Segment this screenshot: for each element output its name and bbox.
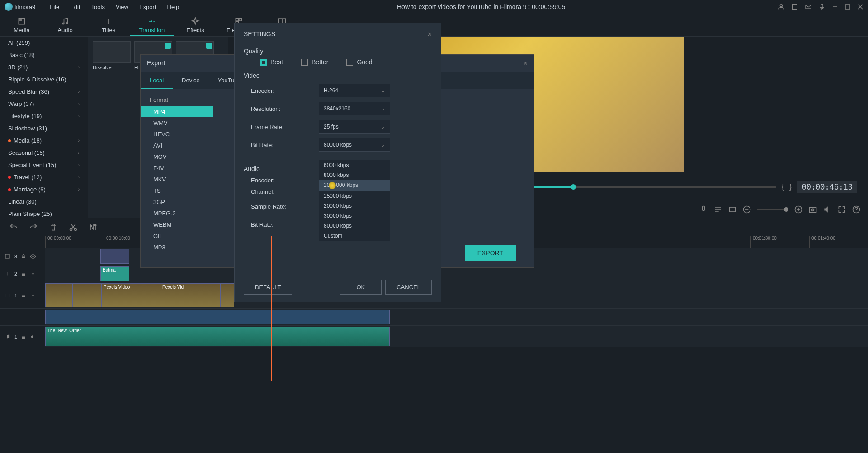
sidebar-item[interactable]: 3D (21)›	[0, 61, 88, 73]
video-encoder-select[interactable]: H.264⌄	[319, 84, 390, 97]
zoom-slider[interactable]	[757, 209, 788, 210]
video-clip[interactable]: Pexels Video	[101, 283, 160, 307]
video-clip[interactable]: Pexels Vid	[160, 283, 221, 307]
track-content[interactable]	[45, 309, 868, 325]
tab-audio[interactable]: Audio	[43, 14, 87, 36]
format-item[interactable]: F4V	[141, 162, 213, 174]
playhead[interactable]	[271, 236, 272, 381]
undo-icon[interactable]	[9, 223, 18, 232]
format-item[interactable]: 3GP	[141, 196, 213, 208]
menu-export[interactable]: Export	[134, 1, 162, 13]
format-item[interactable]: MPEG-2	[141, 208, 213, 219]
dropdown-option[interactable]: 80000 kbps	[319, 221, 390, 231]
close-icon[interactable]	[857, 4, 863, 10]
track-head[interactable]	[0, 309, 45, 325]
favorite-icon[interactable]	[165, 43, 171, 49]
export-close-icon[interactable]: ×	[524, 59, 528, 67]
quality-better[interactable]: Better	[301, 58, 328, 66]
tab-titles[interactable]: Titles	[87, 14, 130, 36]
export-tab-local[interactable]: Local	[141, 72, 173, 89]
dropdown-option[interactable]: 15000 kbps	[319, 191, 390, 201]
marker-icon[interactable]	[713, 205, 722, 214]
lock-icon[interactable]	[21, 334, 26, 339]
default-button[interactable]: DEFAULT	[244, 280, 292, 295]
sidebar-item[interactable]: Media (18)›	[0, 134, 88, 147]
favorite-icon[interactable]	[206, 43, 212, 49]
sidebar-item[interactable]: Special Event (15)›	[0, 159, 88, 171]
menu-view[interactable]: View	[110, 1, 134, 13]
zoom-in-icon[interactable]	[794, 205, 803, 214]
dropdown-option[interactable]: 10000 kbps	[319, 180, 390, 191]
voiceover-icon[interactable]	[699, 205, 708, 214]
format-item[interactable]: TS	[141, 185, 213, 196]
format-item[interactable]: MP3	[141, 242, 213, 253]
video-clip[interactable]	[72, 283, 101, 307]
video-clip[interactable]	[45, 283, 72, 307]
ratio-icon[interactable]	[728, 205, 737, 214]
sidebar-item[interactable]: Lifestyle (19)›	[0, 110, 88, 122]
snapshot-icon[interactable]	[808, 205, 817, 214]
cut-icon[interactable]	[69, 223, 78, 232]
track-head[interactable]: 1	[0, 326, 45, 347]
sidebar-item[interactable]: Linear (30)	[0, 196, 88, 208]
transition-thumb[interactable]: Dissolve	[93, 41, 131, 70]
format-item[interactable]: MOV	[141, 151, 213, 162]
tab-transition[interactable]: Transition	[130, 14, 174, 36]
delete-icon[interactable]	[49, 223, 58, 232]
settings-close-icon[interactable]: ×	[428, 30, 432, 38]
format-item[interactable]: AVI	[141, 140, 213, 151]
redo-icon[interactable]	[29, 223, 38, 232]
sidebar-item[interactable]: Slideshow (31)	[0, 122, 88, 134]
account-icon[interactable]	[778, 3, 785, 10]
dropdown-option[interactable]: 6000 kbps	[319, 160, 390, 170]
minimize-icon[interactable]	[832, 4, 838, 10]
menu-help[interactable]: Help	[162, 1, 185, 13]
sidebar-item[interactable]: All (299)	[0, 37, 88, 49]
sidebar-item[interactable]: Basic (18)	[0, 49, 88, 61]
tab-media[interactable]: Media	[0, 14, 43, 36]
fx-clip[interactable]	[100, 249, 129, 264]
cancel-button[interactable]: CANCEL	[385, 280, 432, 295]
quality-best[interactable]: Best	[260, 58, 283, 66]
speaker-icon[interactable]	[30, 334, 36, 340]
eye-icon[interactable]	[30, 271, 36, 277]
eye-icon[interactable]	[30, 253, 36, 260]
maximize-icon[interactable]	[844, 4, 851, 10]
format-item[interactable]: HEVC	[141, 129, 213, 140]
adjust-icon[interactable]	[89, 223, 98, 232]
title-clip[interactable]: Batma	[100, 266, 129, 281]
sidebar-item[interactable]: Plain Shape (25)	[0, 208, 88, 218]
video-bitrate-select[interactable]: 80000 kbps⌄	[319, 138, 390, 152]
ok-button[interactable]: OK	[340, 280, 382, 295]
bracket-out-icon[interactable]: }	[789, 183, 792, 191]
sidebar-item[interactable]: Speed Blur (36)›	[0, 86, 88, 98]
menu-edit[interactable]: Edit	[65, 1, 85, 13]
tab-effects[interactable]: Effects	[174, 14, 217, 36]
audio-clip[interactable]: The_New_Order	[45, 327, 390, 346]
linked-audio-clip[interactable]	[45, 310, 390, 324]
framerate-select[interactable]: 25 fps⌄	[319, 120, 390, 134]
bracket-in-icon[interactable]: {	[782, 183, 784, 191]
format-item[interactable]: GIF	[141, 230, 213, 242]
track-content[interactable]: The_New_Order	[45, 326, 868, 347]
track-content[interactable]: Pexels Video Pexels Vid	[45, 282, 868, 308]
track-head[interactable]: 1	[0, 282, 45, 308]
menu-tools[interactable]: Tools	[86, 1, 110, 13]
lock-icon[interactable]	[21, 293, 26, 298]
eye-icon[interactable]	[30, 292, 36, 299]
dropdown-option[interactable]: 20000 kbps	[319, 201, 390, 211]
format-item[interactable]: WMV	[141, 117, 213, 129]
save-icon[interactable]	[791, 3, 798, 10]
format-item[interactable]: MKV	[141, 174, 213, 185]
format-item[interactable]: WEBM	[141, 219, 213, 230]
resolution-select[interactable]: 3840x2160⌄	[319, 102, 390, 115]
sidebar-item[interactable]: Marriage (6)›	[0, 183, 88, 196]
scrubber-handle[interactable]	[571, 184, 576, 190]
dropdown-option[interactable]: 30000 kbps	[319, 211, 390, 221]
format-item[interactable]: MP4	[141, 106, 213, 117]
lock-icon[interactable]	[21, 254, 26, 259]
export-tab-device[interactable]: Device	[173, 72, 209, 89]
fullscreen-icon[interactable]	[837, 205, 846, 214]
mail-icon[interactable]	[805, 3, 812, 10]
sidebar-item[interactable]: Travel (12)›	[0, 171, 88, 183]
